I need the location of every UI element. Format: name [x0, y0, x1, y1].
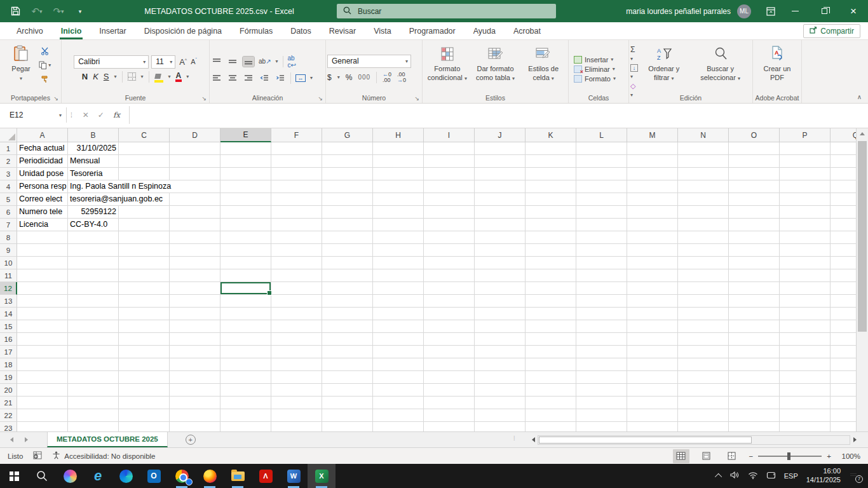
autosum-icon[interactable]: Σ ▾ [630, 45, 638, 62]
cell-I12[interactable] [424, 282, 475, 295]
row-header-4[interactable]: 4 [0, 180, 17, 193]
cell-H20[interactable] [373, 384, 424, 396]
row-header-15[interactable]: 15 [0, 320, 17, 333]
currency-dropdown-icon[interactable]: ▾ [337, 74, 340, 80]
cell-E3[interactable] [220, 168, 271, 180]
cell-M20[interactable] [627, 384, 678, 396]
cell-O3[interactable] [729, 168, 780, 180]
borders-icon[interactable] [128, 72, 136, 81]
cell-N12[interactable] [678, 282, 729, 295]
cell-K17[interactable] [526, 346, 576, 358]
cell-J15[interactable] [475, 320, 526, 333]
cell-L15[interactable] [576, 320, 627, 333]
cell-D8[interactable] [170, 231, 220, 244]
cell-P8[interactable] [780, 231, 831, 244]
cell-H9[interactable] [373, 244, 424, 257]
row-header-5[interactable]: 5 [0, 193, 17, 206]
column-header-D[interactable]: D [170, 128, 220, 142]
cell-M18[interactable] [627, 358, 678, 371]
taskbar-chrome-icon[interactable] [168, 464, 196, 488]
cell-N9[interactable] [678, 244, 729, 257]
macro-record-icon[interactable] [33, 451, 42, 461]
collapse-ribbon-icon[interactable]: ∧ [857, 93, 862, 100]
cell-J1[interactable] [475, 142, 526, 155]
search-box[interactable]: Buscar [337, 4, 556, 18]
ribbon-tab-disposición-de-página[interactable]: Disposición de página [135, 22, 231, 39]
close-button[interactable]: × [839, 0, 868, 22]
format-cells-button[interactable]: Formato▾ [574, 75, 616, 83]
cell-E19[interactable] [220, 371, 271, 384]
cell-D15[interactable] [170, 320, 220, 333]
cell-Q11[interactable] [831, 269, 856, 282]
cell-M10[interactable] [627, 257, 678, 269]
cell-N2[interactable] [678, 155, 729, 168]
notifications-icon[interactable]: 7 [849, 471, 860, 481]
cell-N3[interactable] [678, 168, 729, 180]
cell-A10[interactable] [17, 257, 68, 269]
cell-H23[interactable] [373, 422, 424, 431]
restore-button[interactable] [810, 0, 839, 22]
cell-P13[interactable] [780, 295, 831, 308]
cell-C20[interactable] [119, 384, 170, 396]
cell-Q6[interactable] [831, 206, 856, 219]
cell-G16[interactable] [322, 333, 373, 346]
formula-input[interactable] [129, 106, 863, 124]
cell-H14[interactable] [373, 308, 424, 320]
align-top-icon[interactable] [211, 57, 222, 67]
taskbar-copilot-icon[interactable] [56, 464, 84, 488]
cell-A1[interactable]: Fecha actual [17, 142, 68, 155]
cell-Q10[interactable] [831, 257, 856, 269]
sheet-nav-right-icon[interactable] [25, 437, 28, 442]
zoom-out-icon[interactable]: − [749, 452, 754, 460]
cell-A20[interactable] [17, 384, 68, 396]
cell-L12[interactable] [576, 282, 627, 295]
cell-C1[interactable] [119, 142, 170, 155]
decrease-decimal-icon[interactable]: .00→0 [397, 72, 406, 83]
cell-D17[interactable] [170, 346, 220, 358]
cell-A13[interactable] [17, 295, 68, 308]
increase-indent-icon[interactable] [275, 73, 286, 83]
cell-D5[interactable] [170, 193, 220, 206]
cell-P5[interactable] [780, 193, 831, 206]
cell-B14[interactable] [68, 308, 119, 320]
cell-D1[interactable] [170, 142, 220, 155]
orientation-dropdown-icon[interactable]: ▾ [276, 58, 278, 64]
cell-P16[interactable] [780, 333, 831, 346]
cell-E18[interactable] [220, 358, 271, 371]
cell-G10[interactable] [322, 257, 373, 269]
cell-O6[interactable] [729, 206, 780, 219]
cell-H21[interactable] [373, 396, 424, 409]
cell-N18[interactable] [678, 358, 729, 371]
font-color-dropdown-icon[interactable]: ▾ [186, 74, 189, 79]
cell-L11[interactable] [576, 269, 627, 282]
cell-H19[interactable] [373, 371, 424, 384]
cell-N13[interactable] [678, 295, 729, 308]
column-header-M[interactable]: M [627, 128, 678, 142]
cell-J4[interactable] [475, 180, 526, 193]
shrink-font-icon[interactable]: Aˇ [191, 57, 197, 67]
find-select-button[interactable]: Buscar y seleccionar ▾ [689, 44, 751, 85]
row-header-17[interactable]: 17 [0, 346, 17, 358]
cell-B21[interactable] [68, 396, 119, 409]
cell-F11[interactable] [271, 269, 322, 282]
cell-Q5[interactable] [831, 193, 856, 206]
clock[interactable]: 16:00 14/11/2025 [806, 467, 841, 485]
cell-A7[interactable]: Licencia [17, 219, 68, 231]
cell-A8[interactable] [17, 231, 68, 244]
cell-O18[interactable] [729, 358, 780, 371]
cell-F6[interactable] [271, 206, 322, 219]
cell-F14[interactable] [271, 308, 322, 320]
cell-L16[interactable] [576, 333, 627, 346]
tray-expand-icon[interactable] [715, 473, 722, 480]
cell-E23[interactable] [220, 422, 271, 431]
cell-I1[interactable] [424, 142, 475, 155]
cell-K11[interactable] [526, 269, 576, 282]
horizontal-scroll-thumb[interactable] [539, 437, 752, 444]
cell-L7[interactable] [576, 219, 627, 231]
cell-N11[interactable] [678, 269, 729, 282]
cell-K20[interactable] [526, 384, 576, 396]
cell-D2[interactable] [170, 155, 220, 168]
cell-A3[interactable]: Unidad pose [17, 168, 68, 180]
cell-M13[interactable] [627, 295, 678, 308]
save-icon[interactable] [9, 5, 22, 18]
